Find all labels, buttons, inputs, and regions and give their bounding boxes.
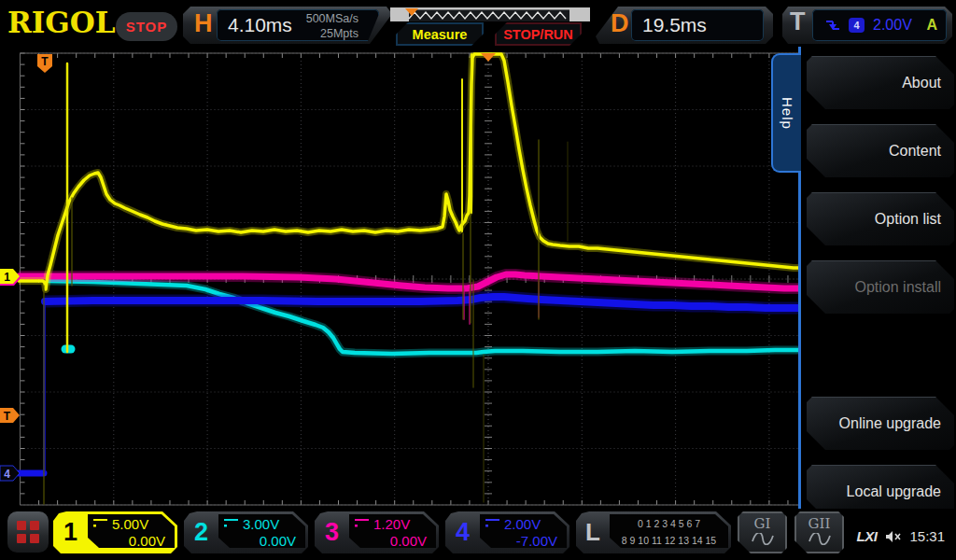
trigger-source-badge: 4	[849, 18, 865, 33]
sample-rate: 500MSa/s	[306, 11, 358, 26]
channel-4-scale: 2.00V	[504, 516, 541, 532]
channel-3-number: 3	[315, 511, 349, 553]
svg-text:T: T	[41, 55, 49, 68]
generator-1-block[interactable]: GI	[738, 511, 787, 553]
stop-run-button[interactable]: STOP/RUN	[495, 22, 582, 46]
d-label: D	[611, 9, 629, 38]
channel-block-4[interactable]: 4 2.00V -7.00V	[445, 511, 569, 553]
menu-item-content[interactable]: Content	[807, 124, 954, 177]
dc-coupling-icon	[224, 519, 238, 529]
memory-depth: 25Mpts	[306, 26, 358, 41]
rigol-logo: RIGOL	[7, 6, 116, 39]
h-label: H	[194, 9, 213, 38]
channel-2-offset: 0.00V	[218, 533, 305, 549]
channel-3-scale: 1.20V	[373, 516, 410, 532]
channel-2-number: 2	[184, 511, 218, 553]
channel-2-scale: 3.00V	[243, 516, 279, 532]
sine-wave-icon	[751, 533, 775, 545]
bottom-status-bar: 1 5.00V 0.00V 2 3.00V 0.00V 3 1.20V 0.00…	[0, 509, 956, 560]
generator-2-label: GII	[794, 515, 844, 532]
trigger-falling-edge-icon	[825, 19, 840, 32]
trigger-source: 4	[853, 20, 859, 31]
lxi-logo: LXI	[857, 528, 878, 544]
waveform-display[interactable]: T1T4	[0, 52, 803, 510]
logic-row-1: 0 1 2 3 4 5 6 7	[610, 515, 728, 532]
trigger-sweep-mode: A	[926, 17, 947, 34]
menu-item-about[interactable]: About	[807, 56, 954, 109]
menu-item-online-upgrade[interactable]: Online upgrade	[807, 397, 954, 450]
logic-channels-block[interactable]: L 0 1 2 3 4 5 6 7 8 9 10 11 12 13 14 15	[576, 511, 731, 553]
trigger-level: 2.00V	[873, 17, 912, 34]
channel-1-scale: 5.00V	[112, 516, 148, 532]
dc-coupling-icon	[93, 519, 107, 529]
channel-4-offset: -7.00V	[480, 533, 567, 549]
menu-item-option-list[interactable]: Option list	[807, 192, 954, 245]
help-tab-label: Help	[780, 97, 795, 130]
clock: 15:31	[909, 528, 945, 544]
sine-wave-icon	[808, 533, 832, 545]
sound-muted-icon	[885, 530, 901, 543]
channel-block-3[interactable]: 3 1.20V 0.00V	[315, 511, 439, 553]
stop-run-label: STOP/RUN	[503, 27, 573, 42]
channel-3-offset: 0.00V	[349, 533, 436, 549]
logic-row-2: 8 9 10 11 12 13 14 15	[610, 532, 728, 549]
dc-coupling-icon	[485, 519, 499, 529]
delay-value: 19.5ms	[631, 14, 707, 36]
timebase-value: 4.10ms	[217, 14, 292, 36]
channel-1-offset: 0.00V	[88, 533, 175, 549]
channel-1-number: 1	[53, 511, 88, 553]
generator-1-label: GI	[738, 515, 787, 532]
t-label: T	[790, 7, 806, 36]
channel-block-1[interactable]: 1 5.00V 0.00V	[53, 511, 177, 553]
measure-label: Measure	[413, 27, 468, 42]
svg-text:T: T	[4, 410, 11, 423]
help-menu-tab[interactable]: Help	[771, 53, 801, 173]
main-menu-button[interactable]	[7, 511, 49, 553]
run-state-indicator: STOP	[116, 12, 177, 41]
help-menu-panel: AboutContentOption listOption installOnl…	[798, 47, 956, 525]
generator-2-block[interactable]: GII	[794, 511, 844, 553]
waveform-preview-bar[interactable]	[390, 5, 590, 21]
svg-text:1: 1	[4, 271, 10, 284]
measure-button[interactable]: Measure	[396, 22, 484, 46]
svg-text:4: 4	[4, 468, 10, 481]
delay-settings-panel[interactable]: D 19.5ms	[596, 7, 773, 44]
horizontal-settings-panel[interactable]: H 4.10ms 500MSa/s 25Mpts	[183, 7, 392, 44]
dc-coupling-icon	[355, 519, 369, 529]
channel-4-number: 4	[445, 511, 480, 553]
oscilloscope-screen: RIGOL STOP H 4.10ms 500MSa/s 25Mpts Meas…	[0, 0, 956, 560]
channel-block-2[interactable]: 2 3.00V 0.00V	[184, 511, 308, 553]
menu-item-option-install: Option install	[807, 260, 954, 314]
menu-grid-icon	[17, 521, 39, 543]
trigger-settings-panel[interactable]: T 4 2.00V A	[782, 7, 952, 44]
run-state-label: STOP	[126, 19, 168, 35]
logic-label: L	[576, 511, 610, 553]
